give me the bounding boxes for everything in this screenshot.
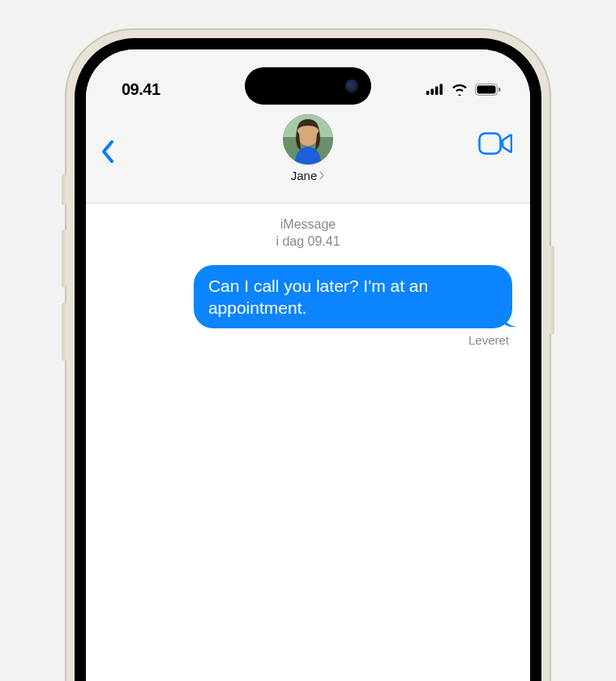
conversation-scroll[interactable]: iMessage i dag 09.41 Can I call you late… (86, 203, 530, 681)
svg-rect-0 (426, 91, 430, 95)
facetime-button[interactable] (478, 132, 512, 158)
volume-silent-switch (62, 174, 66, 205)
wifi-icon (451, 83, 468, 96)
message-row: Can I call you later? I'm at an appointm… (86, 265, 530, 329)
chevron-right-icon (319, 169, 325, 182)
thread-timestamp: iMessage i dag 09.41 (86, 216, 530, 251)
screen: 09.41 (86, 49, 530, 681)
battery-icon (475, 84, 501, 96)
svg-rect-1 (431, 89, 434, 96)
message-text: Can I call you later? I'm at an appointm… (208, 276, 428, 317)
svg-rect-3 (440, 84, 443, 96)
service-label: iMessage (86, 216, 530, 233)
front-camera-icon (345, 79, 358, 92)
delivery-status: Leveret (86, 328, 530, 347)
back-button[interactable] (101, 139, 136, 164)
volume-up-button (62, 229, 66, 288)
svg-rect-6 (498, 88, 501, 92)
contact-name: Jane (291, 169, 318, 182)
status-time: 09.41 (122, 80, 160, 99)
volume-down-button (62, 302, 66, 361)
phone-frame: 09.41 (65, 28, 551, 681)
date-label: i dag 09.41 (276, 234, 340, 248)
bubble-tail-icon (500, 311, 516, 328)
dynamic-island (245, 67, 371, 105)
svg-rect-5 (477, 85, 496, 93)
contact-avatar (283, 114, 333, 165)
svg-rect-11 (480, 134, 501, 154)
svg-rect-2 (435, 87, 438, 96)
sent-message-bubble[interactable]: Can I call you later? I'm at an appointm… (194, 265, 512, 329)
cellular-signal-icon (426, 84, 444, 95)
conversation-header: Jane (86, 108, 530, 203)
power-button (550, 246, 554, 335)
contact-info-button[interactable]: Jane (283, 114, 333, 182)
